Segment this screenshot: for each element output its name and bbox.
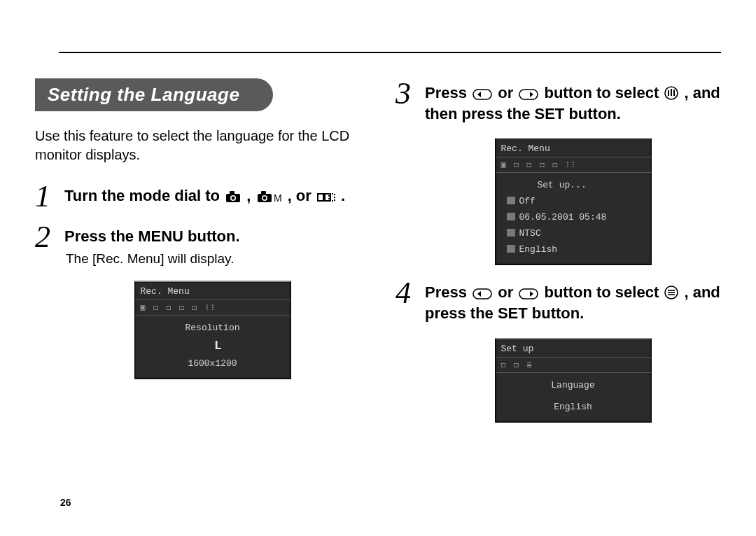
svg-rect-15 xyxy=(671,89,672,96)
step-3: 3 Press or button to select xyxy=(396,78,721,265)
step-2: 2 Press the MENU button. The [Rec. Menu]… xyxy=(35,222,360,379)
svg-rect-12 xyxy=(473,90,491,99)
lcd-screen: Rec. Menu ▣ ◻ ◻ ◻ ◻ ⫶⫶ Set up... Off 06.… xyxy=(495,138,652,265)
text-fragment: Press xyxy=(425,84,471,101)
menu-glyph-icon xyxy=(507,229,515,237)
menu-glyph-icon xyxy=(507,197,515,204)
lcd-row-text: English xyxy=(519,244,558,255)
svg-rect-17 xyxy=(673,90,675,96)
lcd-row-value-sub: 1600x1200 xyxy=(135,355,290,372)
setup-tools-icon xyxy=(664,86,678,100)
left-column: Setting the Language Use this feature to… xyxy=(35,78,360,432)
menu-glyph-icon xyxy=(507,213,515,220)
text-fragment: Turn the mode dial to xyxy=(64,187,224,204)
menu-glyph-icon xyxy=(507,245,515,253)
text-fragment: or xyxy=(498,84,517,101)
text-fragment: Press xyxy=(425,283,471,301)
step-number: 3 xyxy=(396,78,425,109)
lcd-tabs: ▣ ◻ ◻ ◻ ◻ ⫶⫶ xyxy=(496,157,651,173)
text-fragment: button to select xyxy=(544,283,663,301)
step-text: Turn the mode dial to , M , or . xyxy=(64,185,360,206)
svg-rect-18 xyxy=(473,289,491,299)
text-fragment: , or xyxy=(288,187,316,204)
section-heading: Setting the Language xyxy=(35,78,273,111)
lcd-screen: Set up ◻ ◻ ≣ Language English xyxy=(495,338,652,423)
svg-rect-1 xyxy=(230,191,234,195)
lcd-body: Set up... Off 06.05.2001 05:48 NTSC Engl… xyxy=(496,173,651,259)
text-fragment: or xyxy=(498,283,517,301)
lcd-screenshot-3: Set up ◻ ◻ ≣ Language English xyxy=(425,338,721,423)
step-4: 4 Press or button to select xyxy=(396,278,721,422)
intro-text: Use this feature to select the language … xyxy=(35,127,360,164)
page-number: 26 xyxy=(60,497,71,508)
lcd-heading-row: Set up... xyxy=(496,177,651,193)
svg-rect-5 xyxy=(261,191,266,195)
lcd-row: NTSC xyxy=(496,225,651,241)
svg-point-3 xyxy=(232,197,235,200)
lcd-screen: Rec. Menu ▣ ◻ ◻ ◻ ◻ ⫶⫶ Resolution L 1600… xyxy=(134,281,291,379)
step-number: 2 xyxy=(35,222,64,253)
step-number: 1 xyxy=(35,181,64,212)
svg-rect-13 xyxy=(519,90,538,99)
left-arrow-button-icon xyxy=(472,89,492,100)
lcd-tabs: ◻ ◻ ≣ xyxy=(496,358,651,373)
text-fragment: . xyxy=(341,187,345,204)
camera-m-icon: M xyxy=(257,190,282,203)
step-body: Turn the mode dial to , M , or . xyxy=(64,181,360,206)
text-fragment: , xyxy=(246,187,255,204)
svg-text:M: M xyxy=(274,192,282,203)
lcd-row: English xyxy=(496,241,651,258)
right-arrow-button-icon xyxy=(519,89,538,100)
lcd-screenshot-1: Rec. Menu ▣ ◻ ◻ ◻ ◻ ⫶⫶ Resolution L 1600… xyxy=(64,281,360,379)
lcd-body: Language English xyxy=(496,373,651,416)
step-text: Press or button to select , and pres xyxy=(425,282,721,323)
step-number: 4 xyxy=(396,278,425,309)
lcd-row: 06.05.2001 05:48 xyxy=(496,209,651,225)
lcd-row-value: English xyxy=(496,399,651,415)
lcd-row: Off xyxy=(496,193,651,209)
step-1: 1 Turn the mode dial to , M , or xyxy=(35,181,360,212)
step-note: The [Rec. Menu] will display. xyxy=(66,251,360,267)
left-arrow-button-icon xyxy=(472,288,492,299)
lcd-row-label: Resolution xyxy=(135,320,290,336)
manual-page: Setting the Language Use this feature to… xyxy=(0,0,756,536)
step-text: Press or button to select , and then xyxy=(425,83,721,124)
lcd-title: Rec. Menu xyxy=(135,285,290,300)
right-arrow-button-icon xyxy=(519,288,538,299)
stitch-panorama-icon xyxy=(317,192,335,203)
lcd-row-text: NTSC xyxy=(519,228,541,239)
step-body: Press the MENU button. The [Rec. Menu] w… xyxy=(64,222,360,379)
lcd-body: Resolution L 1600x1200 xyxy=(135,316,290,373)
lcd-title: Rec. Menu xyxy=(496,142,651,157)
right-column: 3 Press or button to select xyxy=(396,78,721,432)
lcd-screenshot-2: Rec. Menu ▣ ◻ ◻ ◻ ◻ ⫶⫶ Set up... Off 06.… xyxy=(425,138,721,265)
lcd-tabs: ▣ ◻ ◻ ◻ ◻ ⫶⫶ xyxy=(135,300,290,316)
text-fragment: button to select xyxy=(544,84,663,101)
top-rule xyxy=(59,52,721,53)
svg-point-7 xyxy=(262,197,266,200)
lcd-spacer xyxy=(496,393,651,399)
two-column-layout: Setting the Language Use this feature to… xyxy=(35,78,721,432)
step-body: Press or button to select , and then xyxy=(425,78,721,265)
language-menu-icon xyxy=(664,285,678,299)
step-text: Press the MENU button. xyxy=(64,226,360,247)
camera-icon xyxy=(225,190,241,203)
step-body: Press or button to select , and pres xyxy=(425,278,721,422)
lcd-row-text: Off xyxy=(519,196,536,206)
lcd-row-label: Language xyxy=(496,377,651,393)
lcd-row-value-big: L xyxy=(135,336,290,355)
svg-rect-16 xyxy=(668,90,669,96)
svg-rect-19 xyxy=(519,289,538,299)
lcd-title: Set up xyxy=(496,342,651,358)
lcd-row-text: 06.05.2001 05:48 xyxy=(519,212,607,223)
